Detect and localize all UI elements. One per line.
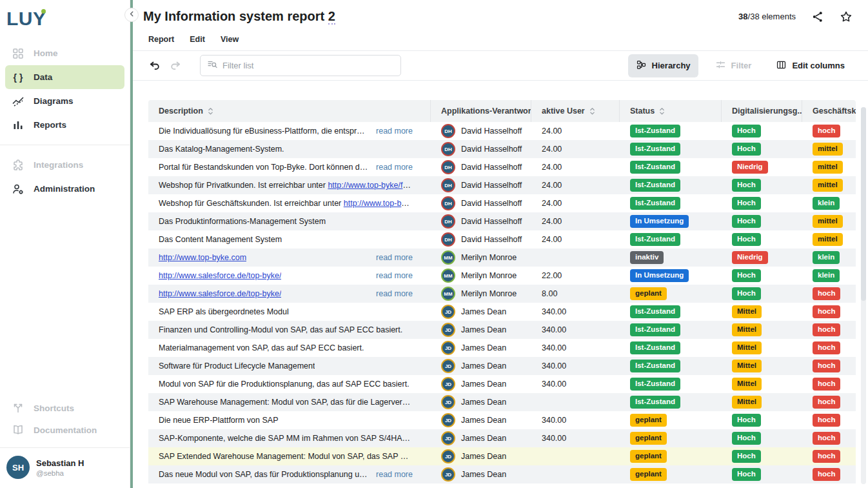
avatar: JD — [441, 359, 455, 373]
sidebar-resize-divider[interactable] — [130, 0, 133, 488]
table-row[interactable]: Webshop für Geschäftskunden. Ist erreich… — [148, 194, 856, 212]
description-link[interactable]: http://www.top-byke.com — [159, 253, 246, 262]
avatar: DH — [441, 124, 455, 138]
luy-logo[interactable]: LUY — [0, 0, 130, 36]
description-link[interactable]: http://www.salesforce.de/top-byke/ — [159, 271, 281, 280]
table-row[interactable]: Das Katalog-Management-System.DHDavid Ha… — [148, 140, 856, 158]
share-icon[interactable] — [811, 10, 824, 23]
table-row[interactable]: Portal für Bestandskunden von Top-Byke. … — [148, 158, 856, 176]
shortcuts-icon — [12, 402, 25, 414]
status-badge: mittel — [813, 215, 843, 228]
description-text: SAP Warehouse Management: Modul von SAP,… — [159, 398, 413, 407]
sidebar-item-reports[interactable]: Reports — [5, 113, 124, 137]
read-more-link[interactable]: read more — [376, 271, 413, 280]
cell-description: Materialmanagement von SAP, das auf SAP … — [148, 339, 431, 357]
sidebar-item-documentation[interactable]: Documentation — [5, 419, 124, 441]
status-badge: hoch — [813, 378, 840, 391]
description-text: Webshop für Privatkunden. Ist erreichbar… — [159, 181, 413, 190]
filter-list-input[interactable] — [222, 61, 394, 70]
read-more-link[interactable]: read more — [376, 289, 413, 298]
cell-digitalization: Mittel — [722, 321, 802, 339]
read-more-link[interactable]: read more — [376, 127, 413, 136]
cell-criticality: mittel — [802, 158, 856, 176]
cell-criticality: hoch — [802, 303, 856, 321]
avatar: MM — [441, 250, 455, 265]
table-row[interactable]: Das Content Management SystemDHDavid Has… — [148, 230, 856, 249]
column-header-4[interactable]: Digitalisierungsg... — [722, 100, 802, 122]
table-row[interactable]: Finanzen und Controlling-Modul von SAP, … — [148, 321, 856, 339]
hierarchy-button[interactable]: Hierarchy — [628, 54, 698, 77]
cell-active-user: 340.00 — [531, 375, 620, 393]
sidebar-item-shortcuts[interactable]: Shortcuts — [5, 397, 124, 419]
table-row[interactable]: SAP-Komponente, welche die SAP MM im Rah… — [148, 429, 856, 447]
description-text: Webshop für Geschäftskunden. Ist erreich… — [159, 199, 413, 208]
sidebar-item-integrations[interactable]: Integrations — [5, 153, 124, 177]
description-link[interactable]: http://www.salesforce.de/top-byke/ — [159, 289, 281, 298]
table-row[interactable]: Materialmanagement von SAP, das auf SAP … — [148, 339, 856, 357]
table-row[interactable]: SAP ERP als übergeordnetes ModulJDJames … — [148, 303, 856, 321]
table-row[interactable]: SAP Warehouse Management: Modul von SAP,… — [148, 393, 856, 411]
undo-button[interactable] — [148, 59, 161, 72]
table-row[interactable]: Webshop für Privatkunden. Ist erreichbar… — [148, 176, 856, 194]
read-more-link[interactable]: read more — [376, 253, 413, 262]
description-text: Software für Product Lifecycle Managemen… — [159, 361, 315, 371]
column-header-5[interactable]: Geschäftskritik — [802, 100, 856, 122]
read-more-link[interactable]: read more — [376, 470, 413, 479]
table-row[interactable]: Software für Product Lifecycle Managemen… — [148, 357, 856, 375]
cell-status: Ist-Zustand — [620, 140, 722, 158]
filter-button[interactable]: Filter — [707, 54, 760, 77]
cell-active-user: 340.00 — [531, 321, 620, 339]
menu-item-report[interactable]: Report — [148, 35, 174, 44]
edit-columns-button[interactable]: Edit columns — [768, 54, 853, 77]
filter-list-field[interactable] — [200, 55, 401, 76]
column-header-2[interactable]: aktive User — [531, 100, 620, 122]
scrollbar-thumb[interactable] — [861, 107, 866, 301]
column-header-1[interactable]: Applikations-Verantwort... — [431, 100, 531, 122]
cell-owner: DHDavid Hasselhoff — [431, 194, 531, 212]
column-header-3[interactable]: Status — [620, 100, 722, 122]
table-row[interactable]: http://www.top-byke.comread moreMMMerily… — [148, 249, 856, 267]
menu-item-edit[interactable]: Edit — [190, 35, 205, 44]
cell-active-user: 340.00 — [531, 429, 620, 447]
table-row[interactable]: http://www.salesforce.de/top-byke/read m… — [148, 285, 856, 303]
cell-criticality: klein — [802, 194, 856, 212]
cell-status: Ist-Zustand — [620, 339, 722, 357]
table-row[interactable]: SAP Extended Warehouse Management: Modul… — [148, 447, 856, 465]
table-row[interactable]: Das Produktinformations-Management Syste… — [148, 212, 856, 230]
owner-name: James Dean — [461, 398, 506, 407]
description-text: Das neue Modul von SAP, das für Produkti… — [159, 470, 368, 479]
table-row[interactable]: Das neue Modul von SAP, das für Produkti… — [148, 465, 856, 483]
cell-active-user: 24.00 — [531, 230, 620, 249]
table-row[interactable]: Die neue ERP-Plattform von SAPJDJames De… — [148, 411, 856, 429]
sidebar-item-data[interactable]: { }Data — [5, 65, 124, 89]
sidebar-item-home[interactable]: Home — [5, 41, 124, 65]
page-title-text: My Information system report — [143, 9, 328, 23]
cell-owner: DHDavid Hasselhoff — [431, 158, 531, 176]
redo-button[interactable] — [169, 59, 182, 72]
table-row[interactable]: Modul von SAP für die Produktionsplanung… — [148, 375, 856, 393]
menu-item-view[interactable]: View — [221, 35, 239, 44]
owner-name: James Dean — [461, 434, 506, 443]
cell-criticality: mittel — [802, 176, 856, 194]
column-header-description[interactable]: Description — [148, 100, 431, 122]
cell-status: In Umsetzung — [620, 267, 722, 285]
status-badge: Hoch — [732, 269, 761, 282]
avatar: JD — [441, 413, 455, 427]
description-link[interactable]: http://www.top-byke/for-you/ — [328, 181, 413, 190]
cell-status: geplant — [620, 465, 722, 483]
user-card[interactable]: SH Sebastian H @sebha — [0, 447, 130, 488]
table-row[interactable]: http://www.salesforce.de/top-byke/read m… — [148, 267, 856, 285]
favorite-star-icon[interactable] — [840, 10, 853, 23]
sort-icon — [589, 107, 595, 116]
elements-count-current: 38 — [738, 12, 747, 21]
read-more-link[interactable]: read more — [376, 163, 413, 172]
cell-description: Software für Product Lifecycle Managemen… — [148, 357, 431, 375]
description-link[interactable]: http://www.top-byke/business/ — [344, 199, 413, 208]
owner-name: James Dean — [461, 380, 506, 389]
vertical-scrollbar[interactable] — [861, 107, 866, 484]
sidebar-item-diagrams[interactable]: Diagrams — [5, 89, 124, 113]
collapse-sidebar-button[interactable] — [124, 8, 139, 22]
sidebar-item-administration[interactable]: Administration — [5, 177, 124, 201]
table-row[interactable]: Die Individuallösung für eBusiness-Platt… — [148, 122, 856, 140]
cell-criticality: hoch — [802, 339, 856, 357]
